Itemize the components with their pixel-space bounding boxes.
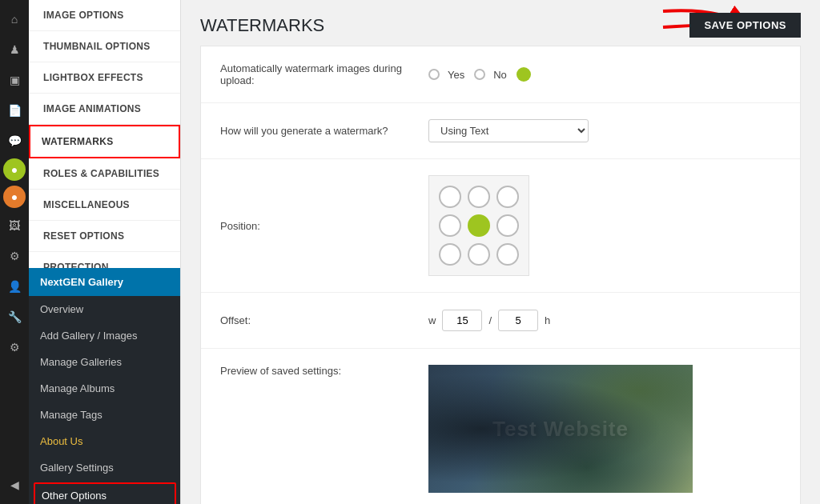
sidebar-item-image-options[interactable]: IMAGE OPTIONS [29,0,180,31]
tools-icon[interactable]: 🔧 [2,304,27,330]
watermark-no-group: No [474,69,507,81]
users-icon2[interactable]: 👤 [2,274,27,299]
offset-separator: / [488,314,492,326]
auto-watermark-label: Automatically watermark images during up… [220,62,428,86]
comments-icon[interactable]: 💬 [2,128,27,154]
generate-select[interactable]: Using Text Using Image [428,119,589,142]
preview-label: Preview of saved settings: [220,365,428,377]
dropdown-item-manage-albums[interactable]: Manage Albums [29,375,181,402]
auto-watermark-control: Yes No [428,67,781,82]
pos-6[interactable] [439,243,461,266]
nextgen-icon[interactable]: ● [3,158,26,181]
offset-group: w / h [428,310,550,331]
auto-watermark-row: Automatically watermark images during up… [201,46,800,103]
preview-row: Preview of saved settings: Test Website [201,349,800,504]
plugins-icon[interactable]: ⚙ [2,243,27,269]
main-content: WATERMARKS SAVE OPTIONS Automatically wa… [181,0,820,504]
content-body: Automatically watermark images during up… [181,46,820,504]
sidebar-item-image-animations[interactable]: IMAGE ANIMATIONS [29,94,180,125]
offset-h-label: h [545,314,550,326]
dropdown-item-gallery-settings[interactable]: Gallery Settings [29,454,181,481]
offset-width-input[interactable] [442,310,482,331]
position-grid [428,175,529,276]
pos-1[interactable] [468,186,490,208]
generate-label: How will you generate a watermark? [220,125,428,137]
pos-3[interactable] [439,214,461,237]
position-row: Position: [201,159,800,293]
sidebar-item-miscellaneous[interactable]: MISCELLANEOUS [29,190,180,221]
dropdown-menu: NextGEN Gallery Overview Add Gallery / I… [29,268,181,504]
watermark-enabled-indicator [517,67,531,82]
save-options-button[interactable]: SAVE OPTIONS [689,13,801,38]
watermark-yes-group: Yes [428,69,464,81]
pos-5[interactable] [496,214,519,237]
watermark-yes-radio[interactable] [428,69,440,80]
pos-7[interactable] [468,243,490,266]
dropdown-header[interactable]: NextGEN Gallery [29,268,181,296]
home-icon[interactable]: ⌂ [2,6,27,32]
sidebar-item-watermarks[interactable]: WATERMARKS [29,125,180,158]
settings-icon2[interactable]: ⚙ [2,334,27,360]
watermark-no-radio[interactable] [474,69,485,80]
collapse-icon[interactable]: ◀ [2,472,27,498]
pos-0[interactable] [439,186,461,208]
sidebar-item-reset-options[interactable]: RESET OPTIONS [29,221,180,252]
dropdown-item-manage-galleries[interactable]: Manage Galleries [29,349,181,375]
circle2-icon[interactable]: ● [3,186,26,208]
pos-2[interactable] [496,186,519,208]
offset-height-input[interactable] [498,310,538,331]
generate-control: Using Text Using Image [428,119,781,142]
dropdown-item-add-gallery[interactable]: Add Gallery / Images [29,322,181,349]
offset-label: Offset: [220,314,428,326]
pages-icon[interactable]: 📄 [2,98,27,123]
watermark-no-label: No [493,69,507,81]
sidebar-item-thumbnail-options[interactable]: THUMBNAIL OPTIONS [29,31,180,62]
user-icon[interactable]: ♟ [2,37,27,62]
dropdown-item-manage-tags[interactable]: Manage Tags [29,402,181,428]
offset-control: w / h [428,310,781,331]
offset-row: Offset: w / h [201,293,800,349]
dropdown-item-overview[interactable]: Overview [29,296,181,322]
media-icon[interactable]: ▣ [2,67,27,93]
preview-control: Test Website [428,365,781,493]
dropdown-item-about-us[interactable]: About Us [29,428,181,454]
preview-image: Test Website [428,365,693,493]
generate-watermark-row: How will you generate a watermark? Using… [201,103,800,159]
position-label: Position: [220,220,428,232]
sidebar-item-lightbox-effects[interactable]: LIGHTBOX EFFECTS [29,62,180,94]
icon-sidebar: ⌂ ♟ ▣ 📄 💬 ● ● 🖼 ⚙ 👤 🔧 ⚙ ◀ [0,0,29,504]
content-header: WATERMARKS SAVE OPTIONS [181,0,820,46]
watermark-yes-label: Yes [448,69,464,81]
position-control [428,175,781,276]
pos-4[interactable] [468,214,490,237]
watermark-section: Automatically watermark images during up… [200,46,801,504]
preview-watermark-text: Test Website [492,417,629,442]
offset-w-label: w [428,314,436,326]
sidebar-item-roles-capabilities[interactable]: ROLES & CAPABILITIES [29,158,180,190]
pos-8[interactable] [496,243,519,266]
nav-sidebar: IMAGE OPTIONS THUMBNAIL OPTIONS LIGHTBOX… [29,0,181,504]
appearance-icon[interactable]: 🖼 [2,213,27,238]
dropdown-item-other-options[interactable]: Other Options [34,482,176,504]
page-title: WATERMARKS [200,15,324,36]
